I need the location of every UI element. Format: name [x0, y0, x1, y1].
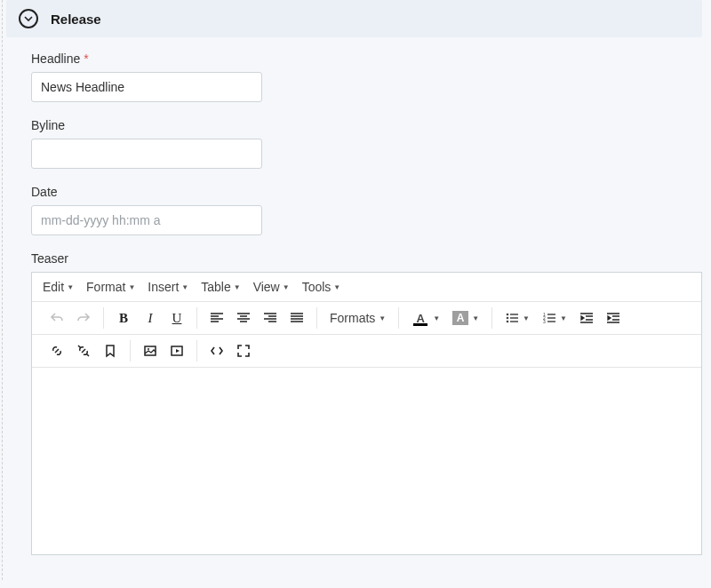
svg-text:3: 3: [543, 319, 546, 324]
svg-point-7: [148, 348, 149, 350]
align-left-icon: [210, 311, 224, 325]
align-left-button[interactable]: [206, 307, 228, 329]
editor-content-area[interactable]: [32, 368, 701, 554]
byline-label: Byline: [31, 118, 702, 132]
menu-view[interactable]: View▼: [253, 280, 290, 294]
collapse-toggle[interactable]: [19, 9, 38, 28]
fullscreen-button[interactable]: [233, 340, 254, 362]
rich-text-editor: Edit▼ Format▼ Insert▼ Table▼ View▼ Tools…: [31, 272, 702, 555]
menu-format[interactable]: Format▼: [86, 280, 135, 294]
field-headline: Headline *: [31, 52, 702, 102]
caret-down-icon: ▼: [67, 283, 74, 291]
required-indicator: *: [84, 52, 88, 66]
teaser-label: Teaser: [31, 251, 702, 266]
menu-table[interactable]: Table▼: [201, 280, 240, 294]
date-input[interactable]: [31, 205, 262, 235]
editor-toolbar-row-1: B I U Formats▼ A: [32, 302, 701, 335]
field-teaser: Teaser Edit▼ Format▼ Insert▼ Table▼ View…: [31, 251, 702, 555]
menu-edit[interactable]: Edit▼: [43, 280, 74, 294]
headline-input[interactable]: [31, 72, 262, 102]
caret-down-icon: ▼: [234, 283, 241, 291]
outdent-icon: [579, 311, 594, 325]
svg-point-2: [507, 321, 509, 323]
bullet-list-button[interactable]: ▼: [501, 307, 533, 329]
caret-down-icon: ▼: [181, 283, 188, 291]
code-icon: [210, 344, 224, 358]
insert-media-button[interactable]: [166, 340, 188, 362]
bold-button[interactable]: B: [113, 307, 134, 329]
highlight-color-button[interactable]: A ▼: [449, 307, 483, 329]
bookmark-icon: [103, 344, 117, 358]
caret-down-icon: ▼: [472, 314, 479, 322]
align-right-icon: [263, 311, 277, 325]
numbered-list-icon: 123: [542, 311, 556, 325]
caret-down-icon: ▼: [128, 283, 135, 291]
caret-down-icon: ▼: [283, 283, 290, 291]
redo-icon: [76, 311, 91, 325]
form-area: Headline * Byline Date Teaser Edit▼ Form…: [6, 52, 702, 555]
menu-tools[interactable]: Tools▼: [302, 280, 341, 294]
insert-link-button[interactable]: [46, 340, 68, 362]
unlink-icon: [76, 344, 91, 358]
link-icon: [50, 344, 64, 358]
text-color-button[interactable]: A ▼: [408, 307, 443, 329]
underline-button[interactable]: U: [166, 307, 188, 329]
caret-down-icon: ▼: [433, 314, 440, 322]
caret-down-icon: ▼: [379, 314, 386, 322]
italic-button[interactable]: I: [140, 307, 161, 329]
caret-down-icon: ▼: [560, 314, 567, 322]
align-center-icon: [236, 311, 251, 325]
section-header: Release: [6, 0, 702, 37]
image-icon: [143, 344, 157, 358]
caret-down-icon: ▼: [523, 314, 530, 322]
svg-point-1: [507, 317, 509, 320]
media-icon: [170, 344, 184, 358]
source-code-button[interactable]: [206, 340, 228, 362]
insert-image-button[interactable]: [140, 340, 161, 362]
align-right-button[interactable]: [260, 307, 281, 329]
bullet-list-icon: [505, 311, 519, 325]
chevron-down-icon: [23, 13, 34, 24]
indent-button[interactable]: [603, 307, 624, 329]
headline-label: Headline *: [31, 52, 702, 66]
highlight-color-icon: A: [452, 311, 468, 325]
editor-toolbar-row-2: [32, 335, 701, 368]
undo-button[interactable]: [46, 307, 68, 329]
bookmark-button[interactable]: [100, 340, 121, 362]
svg-point-0: [507, 314, 509, 316]
editor-menubar: Edit▼ Format▼ Insert▼ Table▼ View▼ Tools…: [32, 273, 701, 302]
menu-insert[interactable]: Insert▼: [148, 280, 188, 294]
section-title: Release: [51, 12, 101, 27]
field-date: Date: [31, 185, 702, 235]
undo-icon: [50, 311, 64, 325]
byline-input[interactable]: [31, 139, 262, 169]
field-byline: Byline: [31, 118, 702, 169]
text-color-icon: A: [411, 310, 429, 326]
formats-dropdown[interactable]: Formats▼: [326, 307, 389, 329]
align-justify-icon: [290, 311, 304, 325]
redo-button[interactable]: [73, 307, 94, 329]
fullscreen-icon: [236, 344, 251, 358]
caret-down-icon: ▼: [333, 283, 340, 291]
remove-link-button[interactable]: [73, 340, 94, 362]
align-justify-button[interactable]: [286, 307, 308, 329]
align-center-button[interactable]: [233, 307, 254, 329]
indent-icon: [606, 311, 620, 325]
numbered-list-button[interactable]: 123 ▼: [539, 307, 571, 329]
outdent-button[interactable]: [576, 307, 597, 329]
date-label: Date: [31, 185, 702, 199]
